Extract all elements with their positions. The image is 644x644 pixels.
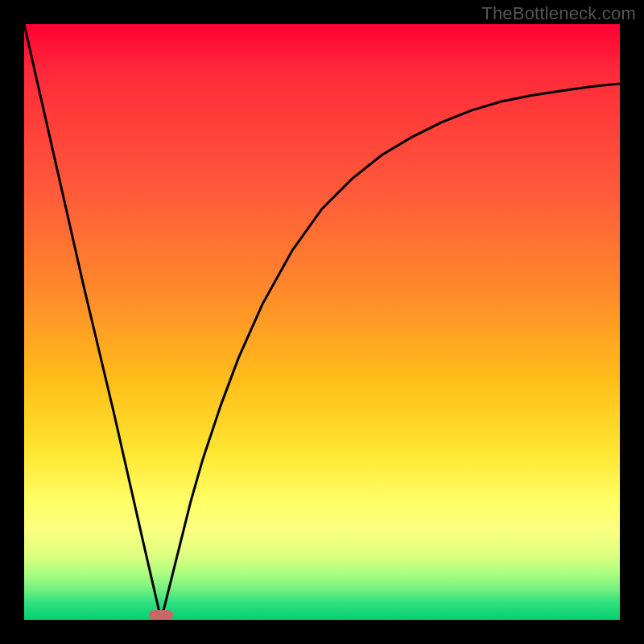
curve-svg bbox=[24, 24, 620, 620]
watermark-text: TheBottleneck.com bbox=[481, 3, 636, 24]
chart-frame: TheBottleneck.com bbox=[0, 0, 644, 644]
optimal-marker bbox=[149, 610, 173, 620]
plot-area bbox=[24, 24, 620, 620]
bottleneck-curve bbox=[24, 24, 620, 620]
